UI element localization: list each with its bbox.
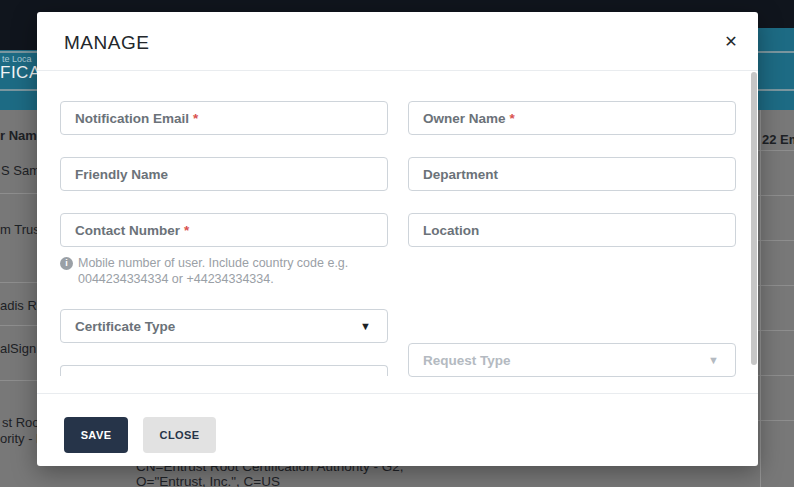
- row-divider: [0, 325, 37, 326]
- owner-name-field[interactable]: Owner Name *: [408, 101, 736, 135]
- table-row: alSign: [0, 341, 36, 356]
- page-title-fragment: FICA: [0, 63, 41, 83]
- chevron-down-icon: ▼: [360, 320, 371, 332]
- save-button[interactable]: SAVE: [64, 417, 128, 453]
- row-divider: [758, 330, 794, 331]
- help-line: 0044234334334 or +44234334334.: [60, 271, 400, 287]
- required-marker: *: [184, 223, 189, 238]
- row-divider: [758, 285, 794, 286]
- close-icon[interactable]: ✕: [720, 31, 742, 53]
- certificate-type-select[interactable]: Certificate Type ▼: [60, 309, 388, 343]
- modal-title: MANAGE: [64, 32, 149, 54]
- department-field[interactable]: Department: [408, 157, 736, 191]
- select-label: Request Type: [423, 353, 511, 368]
- row-divider: [0, 193, 37, 194]
- required-marker: *: [510, 111, 515, 126]
- clipped-next-field[interactable]: [60, 365, 388, 376]
- row-divider: [0, 380, 37, 381]
- manage-modal: MANAGE ✕ Notification Email * Owner Name…: [37, 12, 758, 466]
- modal-scrollbar-thumb[interactable]: [751, 72, 757, 365]
- info-icon: i: [60, 257, 73, 270]
- certificate-detail-line: O="Entrust, Inc.", C=US: [136, 474, 280, 487]
- row-divider: [758, 420, 794, 421]
- top-navbar-left: [0, 0, 37, 50]
- table-header-right: 22 Em: [762, 132, 794, 147]
- field-placeholder: Owner Name: [423, 111, 506, 126]
- row-divider: [0, 282, 37, 283]
- help-line: Mobile number of user. Include country c…: [78, 255, 348, 271]
- contact-number-help: i Mobile number of user. Include country…: [60, 255, 400, 287]
- row-divider: [758, 195, 794, 196]
- friendly-name-field[interactable]: Friendly Name: [60, 157, 388, 191]
- location-field[interactable]: Location: [408, 213, 736, 247]
- field-placeholder: Location: [423, 223, 479, 238]
- select-label: Certificate Type: [75, 319, 175, 334]
- contact-number-field[interactable]: Contact Number *: [60, 213, 388, 247]
- table-row: m Trus: [0, 222, 40, 237]
- field-placeholder: Friendly Name: [75, 167, 168, 182]
- chevron-down-icon: ▼: [708, 354, 719, 366]
- field-placeholder: Department: [423, 167, 498, 182]
- row-divider: [758, 240, 794, 241]
- modal-footer-divider: [37, 393, 758, 394]
- field-placeholder: Notification Email: [75, 111, 189, 126]
- notification-email-field[interactable]: Notification Email *: [60, 101, 388, 135]
- close-button[interactable]: CLOSE: [143, 417, 216, 453]
- row-divider: [758, 150, 794, 151]
- row-divider: [758, 375, 794, 376]
- required-marker: *: [193, 111, 198, 126]
- request-type-select[interactable]: Request Type ▼: [408, 343, 736, 377]
- field-placeholder: Contact Number: [75, 223, 180, 238]
- modal-header-divider: [37, 70, 758, 71]
- table-column-border: [760, 110, 761, 487]
